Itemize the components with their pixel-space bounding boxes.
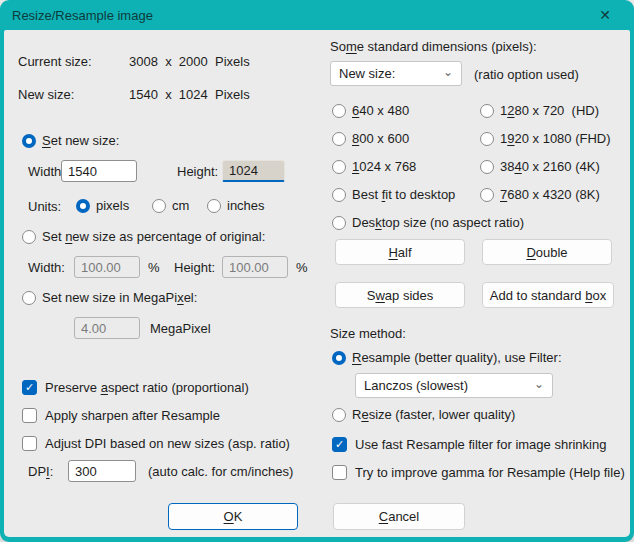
radio-units-cm[interactable]: cm [152,198,189,213]
radio-label: pixels [96,198,129,213]
cancel-button[interactable]: Cancel [333,503,465,530]
radio-1024x768[interactable]: 1024 x 768 [332,159,416,174]
swap-sides-button[interactable]: Swap sides [335,282,465,308]
radio-label: cm [172,198,189,213]
ok-button[interactable]: OK [168,503,298,530]
swap-sides-button-label: Swap sides [367,288,433,303]
dpi-input[interactable] [68,460,136,482]
current-size-label: Current size: [18,54,129,69]
checkbox-icon [22,408,37,423]
checkbox-label: Use fast Resample filter for image shrin… [355,437,606,452]
chevron-down-icon: ⌄ [534,377,544,391]
radio-resize[interactable]: Resize (faster, lower quality) [332,407,515,422]
radio-1920x1080[interactable]: 1920 x 1080 (FHD) [480,131,611,146]
radio-desktop-size[interactable]: Desktop size (no aspect ratio) [332,215,524,230]
radio-best-fit-desktop[interactable]: Best fit to desktop [332,187,455,202]
add-to-standard-box-button[interactable]: Add to standard box [482,282,614,308]
width-input[interactable] [61,160,137,182]
radio-icon [332,408,346,422]
new-size-value: 1540 x 1024 Pixels [129,87,250,102]
double-button[interactable]: Double [482,239,612,265]
dpi-row: DPI: (auto calc. for cm/inches) [4,460,324,484]
half-button[interactable]: Half [335,239,465,265]
pct-height-percent-sign: % [296,260,308,275]
radio-label: 1024 x 768 [352,159,416,174]
checkbox-icon: ✓ [332,437,347,452]
dpi-label: DPI: [28,464,53,479]
radio-icon [332,351,346,365]
height-label: Height: [177,164,218,179]
radio-icon [22,230,36,244]
filter-combobox[interactable]: Lanczos (slowest) ⌄ [355,373,553,398]
radio-label: 7680 x 4320 (8K) [500,187,600,202]
radio-label: Desktop size (no aspect ratio) [352,215,524,230]
ok-button-label: OK [224,509,243,524]
pct-height-label: Height: [174,260,215,275]
radio-label: Set new size in MegaPixel: [42,290,197,305]
megapixel-row: MegaPixel [4,317,324,341]
radio-units-pixels[interactable]: pixels [76,198,129,213]
ratio-option-hint: (ratio option used) [474,67,579,82]
units-label: Units: [28,199,61,214]
radio-1280x720[interactable]: 1280 x 720 (HD) [480,103,599,118]
percentage-row: Width: % Height: % [4,256,324,280]
radio-icon [480,160,494,174]
radio-units-inches[interactable]: inches [207,198,265,213]
size-method-label: Size method: [330,326,406,341]
dpi-hint: (auto calc. for cm/inches) [148,464,293,479]
radio-3840x2160[interactable]: 3840 x 2160 (4K) [480,159,600,174]
checkbox-preserve-aspect[interactable]: ✓ Preserve aspect ratio (proportional) [22,380,249,395]
checkbox-improve-gamma[interactable]: Try to improve gamma for Resample (Help … [332,465,625,480]
radio-label: Resample (better quality), use Filter: [352,350,562,365]
cancel-button-label: Cancel [379,509,419,524]
height-input[interactable] [222,160,285,182]
checkbox-adjust-dpi[interactable]: Adjust DPI based on new sizes (asp. rati… [22,436,290,451]
pct-width-input[interactable] [74,256,140,278]
pct-width-percent-sign: % [148,260,160,275]
radio-icon [332,104,346,118]
add-to-standard-box-label: Add to standard box [490,288,606,303]
chevron-down-icon: ⌄ [443,65,453,79]
width-height-row: Width: Height: [4,160,324,186]
radio-icon [22,291,36,305]
radio-icon [22,134,36,148]
radio-label: Set new size: [42,133,119,148]
radio-set-new-size[interactable]: Set new size: [22,133,119,148]
combobox-value: New size: [339,66,443,81]
checkbox-fast-resample[interactable]: ✓ Use fast Resample filter for image shr… [332,437,606,452]
pct-height-input[interactable] [222,256,288,278]
combobox-value: Lanczos (slowest) [364,378,534,393]
standard-dimensions-heading: Some standard dimensions (pixels): [330,39,537,54]
radio-icon [152,199,166,213]
checkbox-icon: ✓ [22,380,37,395]
new-size-row: New size: 1540 x 1024 Pixels [18,86,250,102]
close-button[interactable]: ✕ [588,2,622,28]
pct-width-label: Width: [28,260,65,275]
radio-label: Best fit to desktop [352,187,455,202]
megapixel-input[interactable] [74,317,140,339]
radio-800x600[interactable]: 800 x 600 [332,131,409,146]
checkbox-apply-sharpen[interactable]: Apply sharpen after Resample [22,408,220,423]
standard-size-combobox[interactable]: New size: ⌄ [330,61,462,86]
megapixel-unit-label: MegaPixel [150,321,211,336]
radio-label: 1920 x 1080 (FHD) [500,131,611,146]
check-icon: ✓ [335,439,344,450]
units-row: Units: pixels cm inches [4,198,324,216]
radio-7680x4320[interactable]: 7680 x 4320 (8K) [480,187,600,202]
radio-label: inches [227,198,265,213]
half-button-label: Half [388,245,411,260]
radio-label: 1280 x 720 (HD) [500,103,599,118]
radio-set-percentage[interactable]: Set new size as percentage of original: [22,229,265,244]
radio-set-megapixel[interactable]: Set new size in MegaPixel: [22,290,197,305]
resize-resample-dialog: Resize/Resample image ✕ Current size: 30… [0,0,634,542]
close-icon: ✕ [599,7,611,23]
radio-icon [207,199,221,213]
checkbox-icon [22,436,37,451]
radio-label: 800 x 600 [352,131,409,146]
radio-640x480[interactable]: 640 x 480 [332,103,409,118]
radio-icon [76,199,90,213]
checkbox-icon [332,465,347,480]
checkbox-label: Apply sharpen after Resample [45,408,220,423]
radio-resample[interactable]: Resample (better quality), use Filter: [332,350,562,365]
current-size-value: 3008 x 2000 Pixels [129,54,250,69]
